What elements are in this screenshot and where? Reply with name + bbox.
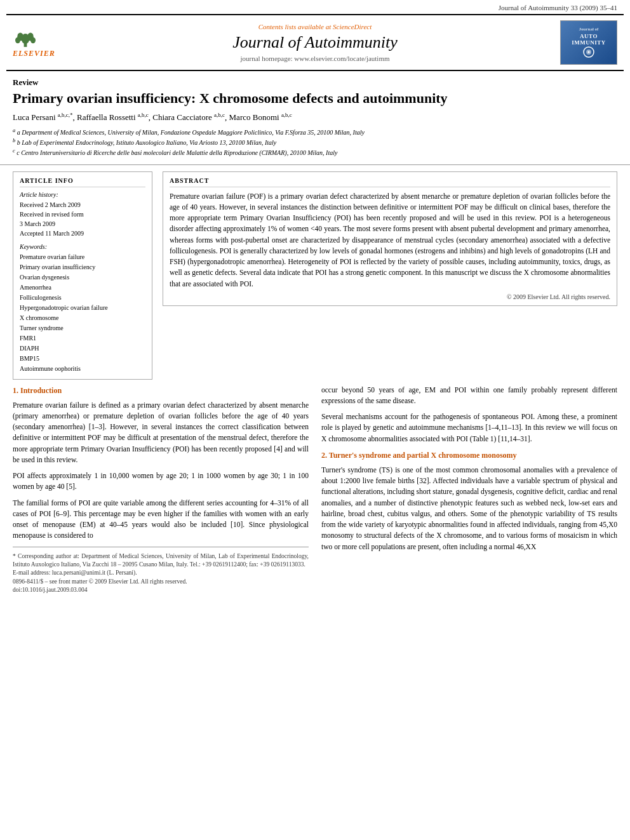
journal-title-area: Contents lists available at ScienceDirec…	[76, 23, 554, 62]
autoimmunity-logo: Journal of AUTOIMMUNITY	[560, 20, 617, 65]
section2-para1: Turner's syndrome (TS) is one of the mos…	[321, 465, 617, 552]
journal-reference: Journal of Autoimmunity 33 (2009) 35–41	[0, 0, 630, 14]
keyword-6: Hypergonadotropic ovarian failure	[20, 303, 145, 313]
keyword-7: X chromosome	[20, 313, 145, 323]
article-info-abstract-section: ARTICLE INFO Article history: Received 2…	[13, 171, 617, 380]
section1-heading: 1. Introduction	[13, 385, 309, 396]
section1-para3: The familial forms of POI are quite vari…	[13, 498, 309, 542]
accepted-date: Accepted 11 March 2009	[20, 229, 145, 238]
abstract-column: ABSTRACT Premature ovarian failure (POF)…	[163, 171, 617, 380]
keyword-5: Folliculogenesis	[20, 293, 145, 303]
svg-point-8	[588, 51, 590, 53]
footnote-doi: 0896-8411/$ – see front matter © 2009 El…	[13, 578, 309, 595]
sciencedirect-link: Contents lists available at ScienceDirec…	[76, 23, 554, 30]
section1-para1: Premature ovarian failure is defined as …	[13, 400, 309, 466]
main-body-section: 1. Introduction Premature ovarian failur…	[13, 385, 617, 594]
keyword-10: DIAPH	[20, 343, 145, 354]
article-title: Primary ovarian insufficiency: X chromos…	[13, 90, 617, 107]
received-revised-date: 3 March 2009	[20, 219, 145, 229]
article-info-label: ARTICLE INFO	[20, 177, 145, 187]
abstract-text: Premature ovarian failure (POF) is a pri…	[170, 191, 610, 290]
keyword-11: BMP15	[20, 354, 145, 364]
footnote-doi-text: 0896-8411/$ – see front matter © 2009 El…	[13, 578, 187, 585]
abstract-copyright: © 2009 Elsevier Ltd. All rights reserved…	[170, 293, 610, 300]
keyword-1: Premature ovarian failure	[20, 252, 145, 262]
body-right-column: occur beyond 50 years of age, EM and POI…	[321, 385, 617, 594]
journal-main-title: Journal of Autoimmunity	[76, 33, 554, 52]
received-revised-label: Received in revised form	[20, 210, 145, 219]
journal-homepage: journal homepage: www.elsevier.com/locat…	[76, 55, 554, 62]
affiliation-a: a a Department of Medical Sciences, Univ…	[13, 127, 617, 137]
authors-list: Luca Persani a,b,c,*, Raffaella Rossetti…	[13, 112, 617, 123]
keyword-8: Turner syndrome	[20, 323, 145, 333]
logo-top-text: Journal of	[579, 27, 599, 32]
section1-para2: POI affects approximately 1 in 10,000 wo…	[13, 470, 309, 493]
elsevier-logo-area: ELSEVIER	[13, 27, 76, 58]
keywords-section: Keywords: Premature ovarian failure Prim…	[20, 243, 145, 374]
abstract-box: ABSTRACT Premature ovarian failure (POF)…	[163, 171, 617, 306]
journal-header: ELSEVIER Contents lists available at Sci…	[6, 14, 624, 71]
logo-main-text: AUTOIMMUNITY	[572, 33, 606, 46]
section1-number: 1. Introduction	[13, 386, 62, 395]
journal-ref-text: Journal of Autoimmunity 33 (2009) 35–41	[499, 4, 617, 11]
footnote-corresponding: * Corresponding author at: Department of…	[13, 552, 309, 570]
body-left-column: 1. Introduction Premature ovarian failur…	[13, 385, 309, 594]
affiliation-c: c c Centro Interuniversitario di Ricerch…	[13, 147, 617, 157]
elsevier-tree-icon	[13, 27, 38, 49]
article-info-column: ARTICLE INFO Article history: Received 2…	[13, 171, 152, 380]
keyword-9: FMR1	[20, 333, 145, 343]
keyword-3: Ovarian dysgenesis	[20, 272, 145, 283]
section1-right-para2: Several mechanisms account for the patho…	[321, 411, 617, 444]
section2-number: 2. Turner's syndrome and partial X chrom…	[321, 451, 517, 460]
svg-point-4	[15, 37, 20, 44]
elsevier-logo: ELSEVIER	[13, 27, 70, 58]
received-date: Received 2 March 2009	[20, 200, 145, 210]
article-info-box: ARTICLE INFO Article history: Received 2…	[13, 171, 152, 380]
keyword-2: Primary ovarian insufficiency	[20, 262, 145, 272]
keywords-title: Keywords:	[20, 243, 145, 250]
svg-point-5	[30, 37, 36, 44]
article-history: Article history: Received 2 March 2009 R…	[20, 191, 145, 238]
affiliations: a a Department of Medical Sciences, Univ…	[13, 127, 617, 158]
history-title: Article history:	[20, 191, 145, 198]
footnote-doi-link: doi:10.1016/j.jaut.2009.03.004	[13, 587, 87, 593]
affiliation-b: b b Lab of Experimental Endocrinology, I…	[13, 137, 617, 147]
keyword-4: Amenorrhea	[20, 283, 145, 293]
article-type-label: Review	[13, 77, 617, 88]
keyword-12: Autoimmune oophoritis	[20, 364, 145, 374]
abstract-label: ABSTRACT	[170, 177, 610, 187]
section1-right-para1: occur beyond 50 years of age, EM and POI…	[321, 385, 617, 407]
autoimmunity-logo-area: Journal of AUTOIMMUNITY	[554, 20, 617, 65]
section2-heading: 2. Turner's syndrome and partial X chrom…	[321, 450, 617, 461]
elsevier-text: ELSEVIER	[13, 49, 55, 58]
article-section: Review Primary ovarian insufficiency: X …	[13, 77, 617, 158]
logo-decoration-icon	[573, 46, 605, 58]
footnote-email: E-mail address: luca.persani@unimi.it (L…	[13, 569, 309, 577]
